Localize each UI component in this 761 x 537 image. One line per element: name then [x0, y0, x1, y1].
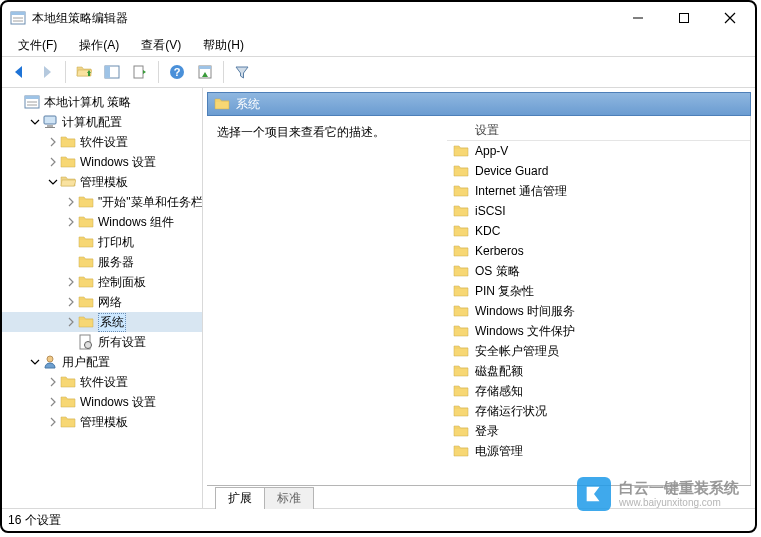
- list-item[interactable]: 电源管理: [447, 441, 750, 461]
- expand-toggle[interactable]: [64, 215, 78, 229]
- filter-button[interactable]: [229, 59, 255, 85]
- tree-start-taskbar[interactable]: "开始"菜单和任务栏: [2, 192, 202, 212]
- tree-u-software-settings[interactable]: 软件设置: [2, 372, 202, 392]
- tree-pane[interactable]: 本地计算机 策略 计算机配置 软件设置 Windows 设置 管理模板: [2, 88, 203, 508]
- forward-button[interactable]: [34, 59, 60, 85]
- tree-label: 管理模板: [80, 174, 128, 191]
- expand-toggle[interactable]: [28, 355, 42, 369]
- list-item[interactable]: Windows 文件保护: [447, 321, 750, 341]
- tree-computer-config[interactable]: 计算机配置: [2, 112, 202, 132]
- svg-text:?: ?: [174, 66, 181, 78]
- help-button[interactable]: ?: [164, 59, 190, 85]
- list-item-label: App-V: [475, 144, 508, 158]
- list-item-label: 存储运行状况: [475, 403, 547, 420]
- tree-system[interactable]: 系统: [2, 312, 202, 332]
- folder-icon: [453, 363, 469, 379]
- tree-admin-templates[interactable]: 管理模板: [2, 172, 202, 192]
- list-item[interactable]: 设置: [447, 120, 750, 141]
- expand-toggle[interactable]: [46, 135, 60, 149]
- expand-toggle[interactable]: [64, 195, 78, 209]
- list-item[interactable]: OS 策略: [447, 261, 750, 281]
- tree-network[interactable]: 网络: [2, 292, 202, 312]
- tree-label: Windows 设置: [80, 154, 156, 171]
- tree-root[interactable]: 本地计算机 策略: [2, 92, 202, 112]
- menu-file[interactable]: 文件(F): [8, 35, 67, 56]
- tree-label: 用户配置: [62, 354, 110, 371]
- tab-extended[interactable]: 扩展: [215, 487, 265, 509]
- computer-icon: [42, 114, 58, 130]
- tree-label: 打印机: [98, 234, 134, 251]
- minimize-button[interactable]: [615, 4, 661, 32]
- right-pane: 系统 选择一个项目来查看它的描述。 设置App-VDevice GuardInt…: [203, 88, 755, 508]
- tree-all-settings[interactable]: 所有设置: [2, 332, 202, 352]
- menu-help[interactable]: 帮助(H): [193, 35, 254, 56]
- list-item[interactable]: Kerberos: [447, 241, 750, 261]
- folder-icon: [453, 163, 469, 179]
- expand-toggle[interactable]: [64, 295, 78, 309]
- tree-label: 控制面板: [98, 274, 146, 291]
- list-item[interactable]: Internet 通信管理: [447, 181, 750, 201]
- back-button[interactable]: [6, 59, 32, 85]
- tree-label: Windows 组件: [98, 214, 174, 231]
- tree-label: 管理模板: [80, 414, 128, 431]
- export-list-button[interactable]: [127, 59, 153, 85]
- list-item-label: Kerberos: [475, 244, 524, 258]
- folder-icon: [453, 423, 469, 439]
- list-item[interactable]: iSCSI: [447, 201, 750, 221]
- folder-icon: [453, 263, 469, 279]
- list-item[interactable]: Device Guard: [447, 161, 750, 181]
- expand-toggle[interactable]: [46, 395, 60, 409]
- list-item-label: 电源管理: [475, 443, 523, 460]
- list-item-label: OS 策略: [475, 263, 520, 280]
- list-item[interactable]: Windows 时间服务: [447, 301, 750, 321]
- tree-label: 计算机配置: [62, 114, 122, 131]
- menu-view[interactable]: 查看(V): [131, 35, 191, 56]
- list-item[interactable]: KDC: [447, 221, 750, 241]
- maximize-button[interactable]: [661, 4, 707, 32]
- status-text: 16 个设置: [8, 512, 61, 529]
- expand-toggle[interactable]: [64, 275, 78, 289]
- show-hide-tree-button[interactable]: [99, 59, 125, 85]
- expand-toggle[interactable]: [46, 415, 60, 429]
- up-button[interactable]: [71, 59, 97, 85]
- tab-standard[interactable]: 标准: [264, 487, 314, 509]
- folder-icon: [453, 143, 469, 159]
- window-title: 本地组策略编辑器: [32, 10, 128, 27]
- list-item[interactable]: 存储运行状况: [447, 401, 750, 421]
- list-item[interactable]: 登录: [447, 421, 750, 441]
- close-button[interactable]: [707, 4, 753, 32]
- list-header-label: 设置: [475, 122, 499, 139]
- content-header: 系统: [207, 92, 751, 116]
- tree-printers[interactable]: 打印机: [2, 232, 202, 252]
- tree-servers[interactable]: 服务器: [2, 252, 202, 272]
- tree-u-admin-templates[interactable]: 管理模板: [2, 412, 202, 432]
- list-item[interactable]: 存储感知: [447, 381, 750, 401]
- tree-label: 软件设置: [80, 134, 128, 151]
- tree-windows-components[interactable]: Windows 组件: [2, 212, 202, 232]
- expand-toggle[interactable]: [46, 175, 60, 189]
- tree-u-windows-settings[interactable]: Windows 设置: [2, 392, 202, 412]
- expand-toggle[interactable]: [46, 155, 60, 169]
- tree-software-settings[interactable]: 软件设置: [2, 132, 202, 152]
- list-item[interactable]: PIN 复杂性: [447, 281, 750, 301]
- policy-root-icon: [24, 94, 40, 110]
- folder-icon: [453, 303, 469, 319]
- tab-bar: 扩展 标准: [207, 486, 751, 508]
- folder-icon: [453, 243, 469, 259]
- menu-action[interactable]: 操作(A): [69, 35, 129, 56]
- list-item[interactable]: App-V: [447, 141, 750, 161]
- properties-button[interactable]: [192, 59, 218, 85]
- list-item[interactable]: 安全帐户管理员: [447, 341, 750, 361]
- list-item-label: Windows 时间服务: [475, 303, 575, 320]
- tree-user-config[interactable]: 用户配置: [2, 352, 202, 372]
- tree-label: 所有设置: [98, 334, 146, 351]
- expand-toggle[interactable]: [46, 375, 60, 389]
- tree-control-panel[interactable]: 控制面板: [2, 272, 202, 292]
- content-header-title: 系统: [236, 96, 260, 113]
- expand-toggle[interactable]: [28, 115, 42, 129]
- tree-windows-settings[interactable]: Windows 设置: [2, 152, 202, 172]
- item-list[interactable]: 设置App-VDevice GuardInternet 通信管理iSCSIKDC…: [447, 116, 750, 485]
- expand-toggle[interactable]: [64, 315, 78, 329]
- folder-icon: [453, 283, 469, 299]
- list-item[interactable]: 磁盘配额: [447, 361, 750, 381]
